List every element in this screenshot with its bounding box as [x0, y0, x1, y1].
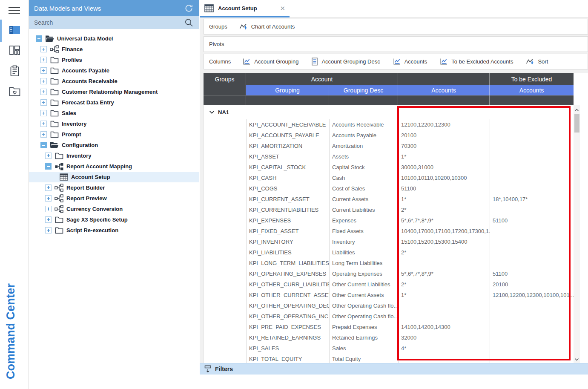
- dashboard-rail-button[interactable]: [8, 45, 21, 58]
- desc-cell[interactable]: Other Operating Cash flo...: [330, 300, 399, 311]
- expand-icon[interactable]: [40, 131, 47, 138]
- excluded-cell[interactable]: [490, 226, 574, 236]
- desc-cell[interactable]: Inventory: [330, 236, 399, 247]
- tree-item-customer-relationship-management[interactable]: Customer Relationship Management: [29, 86, 199, 97]
- excluded-cell[interactable]: 18*,10400,17*: [490, 194, 574, 205]
- desc-cell[interactable]: Accounts Receivable: [330, 119, 399, 130]
- excluded-cell[interactable]: 20100: [490, 279, 574, 290]
- accounts-cell[interactable]: 10400,17000,17100,17200,17300,1...: [399, 226, 490, 236]
- header-account[interactable]: Account: [246, 73, 398, 85]
- desc-cell[interactable]: Liabilities: [330, 247, 399, 258]
- tree-item-currency-conversion[interactable]: Currency Conversion: [29, 204, 199, 214]
- desc-cell[interactable]: Amortization: [330, 141, 399, 151]
- accounts-cell[interactable]: 2*: [399, 247, 490, 258]
- grouping-cell[interactable]: KPI_FIXED_ASSET: [247, 226, 330, 236]
- expand-icon[interactable]: [45, 153, 52, 159]
- grouping-cell[interactable]: KPI_OPERATING_EXPENSES: [247, 268, 330, 279]
- excluded-cell[interactable]: [490, 332, 574, 343]
- accounts-cell[interactable]: [399, 300, 490, 311]
- grouping-cell[interactable]: KPI_CASH: [247, 173, 330, 183]
- tree-item-forecast-data-entry[interactable]: Forecast Data Entry: [29, 97, 199, 108]
- accounts-cell[interactable]: 1*: [399, 290, 490, 300]
- desc-cell[interactable]: Cash: [330, 173, 399, 183]
- grouping-cell[interactable]: KPI_CURRENT_ASSET: [247, 194, 330, 205]
- accounts-cell[interactable]: 32000: [399, 332, 490, 343]
- desc-cell[interactable]: Assets: [330, 151, 399, 162]
- filters-bar[interactable]: Filters: [200, 363, 588, 375]
- tasks-rail-button[interactable]: [8, 65, 21, 78]
- excluded-cell[interactable]: [490, 162, 574, 173]
- desc-cell[interactable]: Long Term Liabilities: [330, 258, 399, 268]
- chip-chart-of-accounts[interactable]: Chart of Accounts: [239, 23, 295, 31]
- accounts-cell[interactable]: 4*: [399, 343, 490, 354]
- grouping-cell[interactable]: KPI_OTHER_CURR_LIAIBILITIES: [247, 279, 330, 290]
- desc-cell[interactable]: Accounts Payable: [330, 130, 399, 141]
- expand-icon[interactable]: [40, 46, 47, 52]
- tree-item-script-re-execution[interactable]: Script Re-execution: [29, 225, 199, 236]
- grouping-cell[interactable]: KPI_SALES: [247, 343, 330, 354]
- tree-item-sage-x3-specific-setup[interactable]: Sage X3 Specific Setup: [29, 214, 199, 225]
- excluded-cell[interactable]: 51100: [490, 215, 574, 226]
- grouping-cell[interactable]: KPI_AMORTIZATION: [247, 141, 330, 151]
- grouping-cell[interactable]: KPI_TOTAL_EQUITY: [247, 354, 330, 363]
- tree-item-report-builder[interactable]: Report Builder: [29, 182, 199, 193]
- excluded-cell[interactable]: [490, 311, 574, 322]
- excluded-cell[interactable]: [490, 130, 574, 141]
- desc-cell[interactable]: Other Current Liabilities: [330, 279, 399, 290]
- refresh-icon[interactable]: [184, 4, 194, 13]
- excluded-cell[interactable]: [490, 354, 574, 363]
- accounts-cell[interactable]: 30000,31000: [399, 162, 490, 173]
- expand-icon[interactable]: [40, 99, 47, 106]
- accounts-cell[interactable]: [399, 311, 490, 322]
- grouping-cell[interactable]: KPI_COGS: [247, 183, 330, 194]
- header-to-be-excluded[interactable]: To be Excluded: [490, 73, 574, 85]
- tree-item-inventory[interactable]: Inventory: [29, 150, 199, 161]
- grouping-cell[interactable]: KPI_OTHER_OPERATING_INC: [247, 311, 330, 322]
- desc-cell[interactable]: Prepaid Expenses: [330, 322, 399, 332]
- excluded-cell[interactable]: [490, 205, 574, 215]
- data-models-rail-button[interactable]: [8, 24, 21, 37]
- grouping-cell[interactable]: KPI_CURRENTLIABILITIES: [247, 205, 330, 215]
- accounts-cell[interactable]: 5*,6*,7*,8*,9*: [399, 215, 490, 226]
- desc-cell[interactable]: Capital Stock: [330, 162, 399, 173]
- grouping-cell[interactable]: KPI_PRE_PAID_EXPENSES: [247, 322, 330, 332]
- header-grouping-desc[interactable]: Grouping Desc: [329, 85, 398, 95]
- desc-cell[interactable]: Other Operating Cash flo...: [330, 311, 399, 322]
- collapse-icon[interactable]: [36, 35, 42, 42]
- favorites-rail-button[interactable]: [8, 86, 21, 98]
- accounts-cell[interactable]: 12100,12200,12300: [399, 119, 490, 130]
- grouping-cell[interactable]: KPI_OTHER_CURRENT_ASSET: [247, 290, 330, 300]
- expand-icon[interactable]: [40, 67, 47, 74]
- chip-account-grouping[interactable]: Account Grouping: [243, 58, 298, 65]
- accounts-cell[interactable]: 1*: [399, 194, 490, 205]
- desc-cell[interactable]: Other Current Assets: [330, 290, 399, 300]
- menu-icon[interactable]: [9, 7, 20, 14]
- tree-item-report-account-mapping[interactable]: Report Account Mapping: [29, 161, 199, 172]
- header-grouping[interactable]: Grouping: [246, 85, 329, 95]
- grouping-cell[interactable]: KPI_EXPENSES: [247, 215, 330, 226]
- tree-item-finance[interactable]: Finance: [29, 44, 199, 55]
- accounts-cell[interactable]: 1*: [399, 151, 490, 162]
- group-row-na1[interactable]: NA1: [204, 105, 574, 119]
- desc-cell[interactable]: Expenses: [330, 215, 399, 226]
- expand-icon[interactable]: [45, 206, 52, 212]
- chip-account-grouping-desc[interactable]: Account Grouping Desc: [311, 58, 380, 66]
- accounts-cell[interactable]: 14100,14200,14300: [399, 322, 490, 332]
- expand-icon[interactable]: [45, 227, 52, 233]
- desc-cell[interactable]: Total Equity: [330, 354, 399, 363]
- expand-icon[interactable]: [40, 89, 47, 95]
- excluded-cell[interactable]: [490, 236, 574, 247]
- accounts-cell[interactable]: 51100: [399, 183, 490, 194]
- grouping-cell[interactable]: KPI_LIABILITIES: [247, 247, 330, 258]
- accounts-cell[interactable]: [399, 354, 490, 363]
- accounts-cell[interactable]: [399, 258, 490, 268]
- header-accounts[interactable]: Accounts: [398, 85, 490, 95]
- accounts-cell[interactable]: 2*: [399, 205, 490, 215]
- excluded-cell[interactable]: [490, 322, 574, 332]
- excluded-cell[interactable]: [490, 183, 574, 194]
- desc-cell[interactable]: Current Assets: [330, 194, 399, 205]
- search-icon[interactable]: [184, 18, 194, 28]
- scroll-down-icon[interactable]: [574, 355, 580, 362]
- expand-icon[interactable]: [40, 121, 47, 127]
- collapse-icon[interactable]: [40, 142, 47, 148]
